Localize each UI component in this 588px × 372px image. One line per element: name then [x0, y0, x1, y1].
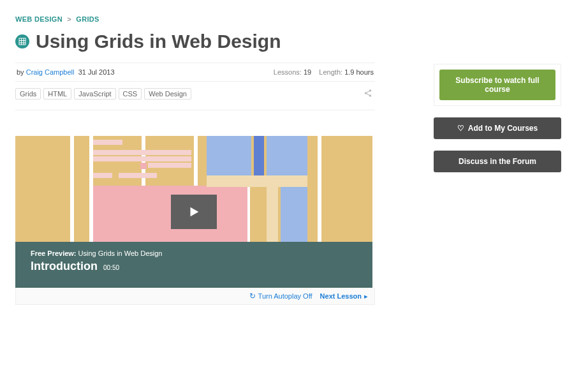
svg-rect-0: [19, 38, 26, 45]
video-overlay-bar: Free Preview: Using Grids in Web Design …: [15, 242, 372, 288]
video-preview[interactable]: Free Preview: Using Grids in Web Design …: [15, 136, 372, 288]
lesson-duration: 00:50: [103, 264, 119, 271]
publish-date: 31 Jul 2013: [78, 68, 115, 76]
add-to-courses-button[interactable]: ♡ Add to My Courses: [434, 117, 561, 139]
heart-icon: ♡: [457, 124, 464, 133]
lessons-label: Lessons:: [274, 68, 302, 76]
breadcrumb-current[interactable]: GRIDS: [76, 15, 99, 23]
length-value: 1.9 hours: [344, 68, 374, 76]
page-title: Using Grids in Web Design: [36, 31, 281, 52]
title-row: Using Grids in Web Design: [15, 31, 573, 52]
play-button[interactable]: [171, 195, 217, 229]
grid-icon: [15, 34, 29, 48]
svg-point-7: [369, 94, 372, 97]
breadcrumb-root[interactable]: WEB DESIGN: [15, 15, 62, 23]
share-icon[interactable]: [364, 89, 372, 100]
subscribe-button[interactable]: Subscribe to watch full course: [439, 70, 555, 100]
svg-point-5: [369, 89, 372, 92]
tag-webdesign[interactable]: Web Design: [144, 88, 191, 100]
tag-css[interactable]: CSS: [119, 88, 142, 100]
subscribe-box: Subscribe to watch full course: [434, 64, 561, 106]
by-label: by: [17, 68, 24, 76]
free-preview-label: Free Preview:: [31, 249, 77, 257]
breadcrumb: WEB DESIGN > GRIDS: [15, 15, 573, 23]
svg-point-6: [365, 92, 367, 94]
next-lesson-link[interactable]: Next Lesson ▸: [320, 292, 368, 301]
meta-bar: by Craig Campbell 31 Jul 2013 Lessons: 1…: [15, 63, 375, 82]
video-footer: ↻ Turn Autoplay Off Next Lesson ▸: [15, 288, 375, 305]
length-label: Length:: [319, 68, 342, 76]
autoplay-toggle[interactable]: ↻ Turn Autoplay Off: [249, 292, 312, 301]
author-link[interactable]: Craig Campbell: [26, 68, 75, 76]
lessons-count: 19: [304, 68, 311, 76]
tag-html[interactable]: HTML: [43, 88, 71, 100]
tag-grids[interactable]: Grids: [15, 88, 41, 100]
tag-javascript[interactable]: JavaScript: [74, 88, 115, 100]
breadcrumb-sep: >: [67, 15, 71, 23]
tags-row: Grids HTML JavaScript CSS Web Design: [15, 82, 375, 110]
lesson-title: Introduction: [31, 260, 98, 272]
refresh-icon: ↻: [249, 292, 256, 301]
preview-course-title: Using Grids in Web Design: [78, 249, 163, 257]
arrow-right-icon: ▸: [364, 292, 368, 301]
discuss-forum-button[interactable]: Discuss in the Forum: [434, 151, 561, 172]
